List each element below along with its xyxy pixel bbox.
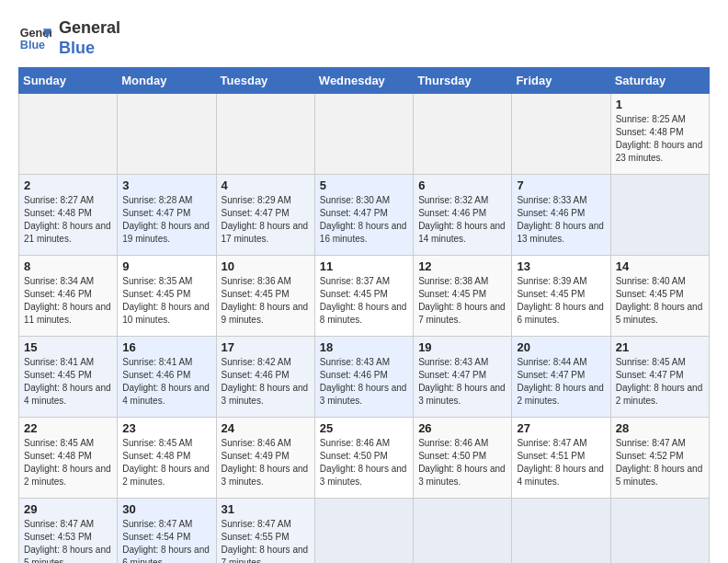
col-header-sunday: Sunday [19,68,118,94]
calendar-body: 1Sunrise: 8:25 AMSunset: 4:48 PMDaylight… [19,94,710,563]
day-number: 29 [24,502,112,516]
day-number: 18 [320,340,408,354]
day-number: 25 [320,421,408,435]
logo-icon: General Blue [18,22,51,55]
calendar-cell [610,499,709,563]
day-info: Sunrise: 8:39 AMSunset: 4:45 PMDaylight:… [517,276,604,325]
calendar-week-row: 29Sunrise: 8:47 AMSunset: 4:53 PMDayligh… [19,499,710,563]
day-number: 3 [122,178,210,192]
day-number: 28 [616,421,704,435]
day-info: Sunrise: 8:34 AMSunset: 4:46 PMDaylight:… [24,276,111,325]
calendar-cell [512,499,610,563]
col-header-wednesday: Wednesday [314,68,413,94]
day-info: Sunrise: 8:47 AMSunset: 4:52 PMDaylight:… [616,438,703,487]
calendar-week-row: 2Sunrise: 8:27 AMSunset: 4:48 PMDaylight… [19,175,710,256]
day-number: 6 [418,178,506,192]
calendar-cell: 1Sunrise: 8:25 AMSunset: 4:48 PMDaylight… [610,94,709,175]
logo: General Blue General Blue [18,18,120,58]
day-number: 13 [517,259,605,273]
day-info: Sunrise: 8:45 AMSunset: 4:48 PMDaylight:… [24,438,111,487]
day-info: Sunrise: 8:25 AMSunset: 4:48 PMDaylight:… [616,114,703,163]
calendar-cell: 10Sunrise: 8:36 AMSunset: 4:45 PMDayligh… [216,256,314,337]
calendar-cell: 16Sunrise: 8:41 AMSunset: 4:46 PMDayligh… [118,337,216,418]
day-info: Sunrise: 8:36 AMSunset: 4:45 PMDaylight:… [222,276,309,325]
day-number: 27 [517,421,605,435]
day-number: 26 [418,421,506,435]
calendar-cell [314,94,413,175]
calendar-cell: 5Sunrise: 8:30 AMSunset: 4:47 PMDaylight… [314,175,413,256]
calendar-cell: 28Sunrise: 8:47 AMSunset: 4:52 PMDayligh… [610,418,709,499]
col-header-thursday: Thursday [414,68,512,94]
day-info: Sunrise: 8:46 AMSunset: 4:49 PMDaylight:… [222,438,309,487]
day-number: 22 [24,421,112,435]
day-info: Sunrise: 8:29 AMSunset: 4:47 PMDaylight:… [222,195,309,244]
day-number: 7 [517,178,605,192]
day-number: 17 [222,340,310,354]
calendar-cell: 4Sunrise: 8:29 AMSunset: 4:47 PMDaylight… [216,175,314,256]
day-info: Sunrise: 8:47 AMSunset: 4:51 PMDaylight:… [517,438,604,487]
calendar-cell: 29Sunrise: 8:47 AMSunset: 4:53 PMDayligh… [19,499,118,563]
calendar-cell: 27Sunrise: 8:47 AMSunset: 4:51 PMDayligh… [512,418,610,499]
day-info: Sunrise: 8:33 AMSunset: 4:46 PMDaylight:… [517,195,604,244]
calendar-week-row: 1Sunrise: 8:25 AMSunset: 4:48 PMDaylight… [19,94,710,175]
calendar-cell: 23Sunrise: 8:45 AMSunset: 4:48 PMDayligh… [118,418,216,499]
day-info: Sunrise: 8:47 AMSunset: 4:53 PMDaylight:… [24,519,111,563]
day-info: Sunrise: 8:35 AMSunset: 4:45 PMDaylight:… [122,276,210,325]
day-info: Sunrise: 8:45 AMSunset: 4:48 PMDaylight:… [122,438,210,487]
day-info: Sunrise: 8:43 AMSunset: 4:47 PMDaylight:… [418,357,506,406]
calendar-table: SundayMondayTuesdayWednesdayThursdayFrid… [18,67,710,563]
calendar-week-row: 15Sunrise: 8:41 AMSunset: 4:45 PMDayligh… [19,337,710,418]
logo-general: General [59,18,120,39]
col-header-saturday: Saturday [610,68,709,94]
calendar-cell: 3Sunrise: 8:28 AMSunset: 4:47 PMDaylight… [118,175,216,256]
calendar-header-row: SundayMondayTuesdayWednesdayThursdayFrid… [19,68,710,94]
day-number: 14 [616,259,704,273]
calendar-cell: 2Sunrise: 8:27 AMSunset: 4:48 PMDaylight… [19,175,118,256]
calendar-week-row: 8Sunrise: 8:34 AMSunset: 4:46 PMDaylight… [19,256,710,337]
calendar-cell [414,499,512,563]
calendar-cell [414,94,512,175]
day-number: 31 [222,502,310,516]
calendar-cell [19,94,118,175]
calendar-cell: 24Sunrise: 8:46 AMSunset: 4:49 PMDayligh… [216,418,314,499]
day-number: 2 [24,178,112,192]
day-number: 30 [122,502,210,516]
calendar-cell: 31Sunrise: 8:47 AMSunset: 4:55 PMDayligh… [216,499,314,563]
calendar-cell: 12Sunrise: 8:38 AMSunset: 4:45 PMDayligh… [414,256,512,337]
calendar-cell: 8Sunrise: 8:34 AMSunset: 4:46 PMDaylight… [19,256,118,337]
day-number: 9 [122,259,210,273]
day-number: 21 [616,340,704,354]
calendar-cell [314,499,413,563]
day-info: Sunrise: 8:38 AMSunset: 4:45 PMDaylight:… [418,276,506,325]
col-header-monday: Monday [118,68,216,94]
calendar-cell [512,94,610,175]
calendar-cell: 13Sunrise: 8:39 AMSunset: 4:45 PMDayligh… [512,256,610,337]
day-info: Sunrise: 8:43 AMSunset: 4:46 PMDaylight:… [320,357,407,406]
calendar-cell: 19Sunrise: 8:43 AMSunset: 4:47 PMDayligh… [414,337,512,418]
calendar-cell: 20Sunrise: 8:44 AMSunset: 4:47 PMDayligh… [512,337,610,418]
day-number: 5 [320,178,408,192]
day-info: Sunrise: 8:30 AMSunset: 4:47 PMDaylight:… [320,195,407,244]
day-info: Sunrise: 8:37 AMSunset: 4:45 PMDaylight:… [320,276,407,325]
day-number: 8 [24,259,112,273]
day-info: Sunrise: 8:47 AMSunset: 4:55 PMDaylight:… [222,519,309,563]
day-info: Sunrise: 8:27 AMSunset: 4:48 PMDaylight:… [24,195,111,244]
page-header: General Blue General Blue [18,18,710,58]
calendar-cell: 22Sunrise: 8:45 AMSunset: 4:48 PMDayligh… [19,418,118,499]
day-info: Sunrise: 8:46 AMSunset: 4:50 PMDaylight:… [320,438,407,487]
col-header-friday: Friday [512,68,610,94]
day-number: 12 [418,259,506,273]
day-info: Sunrise: 8:47 AMSunset: 4:54 PMDaylight:… [122,519,210,563]
day-info: Sunrise: 8:28 AMSunset: 4:47 PMDaylight:… [122,195,210,244]
calendar-cell: 21Sunrise: 8:45 AMSunset: 4:47 PMDayligh… [610,337,709,418]
day-info: Sunrise: 8:46 AMSunset: 4:50 PMDaylight:… [418,438,506,487]
day-info: Sunrise: 8:44 AMSunset: 4:47 PMDaylight:… [517,357,604,406]
day-info: Sunrise: 8:45 AMSunset: 4:47 PMDaylight:… [616,357,703,406]
day-number: 24 [222,421,310,435]
calendar-cell: 14Sunrise: 8:40 AMSunset: 4:45 PMDayligh… [610,256,709,337]
calendar-cell [610,175,709,256]
day-number: 15 [24,340,112,354]
calendar-cell: 18Sunrise: 8:43 AMSunset: 4:46 PMDayligh… [314,337,413,418]
day-info: Sunrise: 8:40 AMSunset: 4:45 PMDaylight:… [616,276,703,325]
day-info: Sunrise: 8:42 AMSunset: 4:46 PMDaylight:… [222,357,309,406]
